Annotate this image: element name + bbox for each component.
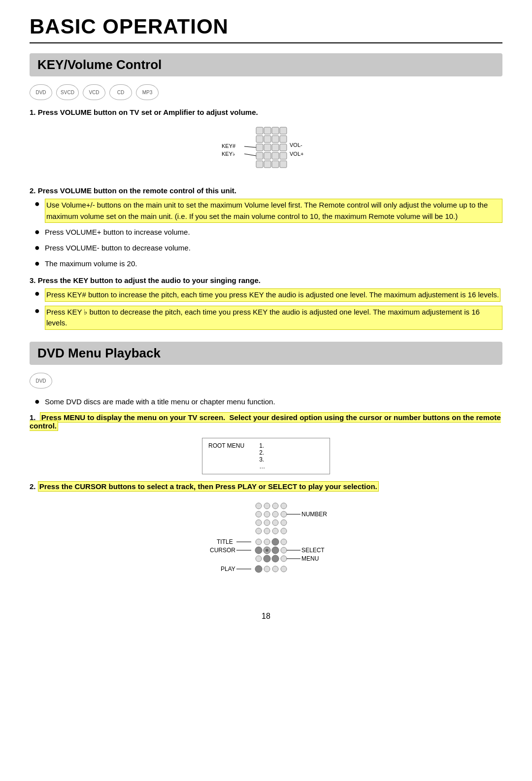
svg-point-41 [281,528,287,534]
dvd-intro-bullet: ● Some DVD discs are made with a title m… [34,396,502,408]
svg-text:CURSOR: CURSOR [210,547,235,554]
svg-point-62 [281,556,287,562]
dvd-remote-wrap: NUMBER TITLE CURSOR [187,498,345,597]
svg-point-40 [272,528,278,534]
disc-mp3: MP3 [136,84,159,100]
menu-item-3: 3. [259,456,265,463]
dvd-remote-diagram: NUMBER TITLE CURSOR [30,498,502,597]
bullet-text: Some DVD discs are made with a title men… [45,396,275,408]
disc-dvd-only: DVD [30,373,52,389]
svg-point-44 [256,539,262,545]
svg-line-21 [244,154,256,156]
svg-rect-12 [256,152,263,159]
svg-point-27 [264,503,270,509]
bullet-dot: ● [34,287,40,300]
disc-icons-key: DVD SVCD VCD CD MP3 [30,84,502,100]
svg-rect-16 [256,161,263,168]
svg-point-32 [272,511,278,517]
svg-rect-15 [280,152,287,159]
bullet-text: Press VOLUME- button to decrease volume. [45,243,191,254]
disc-cd: CD [109,84,132,100]
svg-rect-10 [272,144,279,151]
svg-point-26 [256,503,262,509]
key-volume-header: KEY/Volume Control [30,53,502,76]
svg-rect-18 [272,161,279,168]
svg-point-37 [281,520,287,526]
step1-label: 1. Press VOLUME button on TV set or Ampl… [30,108,502,116]
step3-bullets: ● Press KEY# button to increase the pitc… [34,288,502,330]
svg-rect-6 [272,136,279,142]
svg-rect-3 [280,127,287,134]
disc-vcd: VCD [83,84,105,100]
root-menu-label: ROOT MENU [208,442,244,470]
svg-rect-5 [264,136,271,142]
root-menu-diagram: ROOT MENU 1. 2. 3. … [30,438,502,474]
svg-text:NUMBER: NUMBER [301,511,327,518]
dvd-step2-highlighted: Press the CURSOR buttons to select a tra… [38,481,379,492]
svg-point-67 [272,566,278,572]
svg-point-66 [264,566,270,572]
title-divider [30,42,502,43]
svg-text:PLAY: PLAY [221,566,235,572]
svg-point-38 [256,528,262,534]
svg-text:VOL+: VOL+ [290,151,303,157]
svg-text:SELECT: SELECT [301,547,325,554]
bullet-item: ● Use Volume+/- buttons on the main unit… [34,199,502,223]
bullet-text: Press VOLUME+ button to increase volume. [45,227,190,238]
bullet-text: Press KEY# button to increase the pitch,… [45,288,500,302]
root-menu-box: ROOT MENU 1. 2. 3. … [202,438,330,474]
svg-rect-13 [264,152,271,159]
svg-text:MENU: MENU [301,555,319,562]
svg-point-46 [272,538,279,545]
svg-point-65 [255,566,262,572]
svg-point-61 [272,555,279,562]
svg-rect-19 [280,161,287,168]
remote-lines-svg: VOL- VOL+ [207,122,325,177]
svg-rect-14 [272,152,279,159]
svg-point-36 [272,520,278,526]
page-number: 18 [30,612,502,621]
svg-point-30 [256,511,262,517]
svg-point-68 [281,566,287,572]
svg-point-52 [266,549,268,552]
main-title: BASIC OPERATION [30,15,502,38]
menu-item-dots: … [259,463,265,470]
menu-items: 1. 2. 3. … [259,442,265,470]
svg-rect-0 [256,127,263,134]
bullet-dot: ● [34,395,40,408]
svg-point-59 [256,556,262,562]
volume-remote-container: KEY# KEY♭ [207,122,325,177]
bullet-dot: ● [34,304,40,318]
disc-icons-dvd: DVD [30,373,502,389]
svg-rect-7 [280,136,287,142]
bullet-item: ● Press VOLUME- button to decrease volum… [34,243,502,254]
svg-rect-11 [280,144,287,151]
volume-remote-diagram: KEY# KEY♭ [30,122,502,177]
menu-item-2: 2. [259,449,265,456]
dvd-intro-bullets: ● Some DVD discs are made with a title m… [34,396,502,408]
svg-point-34 [256,520,262,526]
svg-rect-17 [264,161,271,168]
svg-point-50 [255,547,262,554]
dvd-menu-header: DVD Menu Playback [30,342,502,365]
bullet-text: Press KEY ♭ button to decrease the pitch… [45,306,502,330]
dvd-step1-label: 1. Press MENU to display the menu on you… [30,413,502,430]
bullet-dot: ● [34,241,40,254]
svg-point-53 [272,547,279,554]
svg-point-29 [281,503,287,509]
bullet-dot: ● [34,225,40,239]
svg-rect-8 [256,144,263,151]
dvd-step2-label: 2. Press the CURSOR buttons to select a … [30,482,502,491]
svg-text:TITLE: TITLE [217,538,233,545]
bullet-item: ● Press VOLUME+ button to increase volum… [34,227,502,239]
bullet-item: ● Press KEY ♭ button to decrease the pit… [34,306,502,330]
svg-text:VOL-: VOL- [290,142,302,148]
svg-point-39 [264,528,270,534]
key-volume-section: KEY/Volume Control DVD SVCD VCD CD MP3 1… [30,53,502,330]
svg-rect-9 [264,144,271,151]
svg-point-35 [264,520,270,526]
svg-point-45 [264,539,270,545]
svg-point-60 [264,555,270,562]
dvd-step1-highlighted: Press MENU to display the menu on your T… [30,412,501,431]
svg-rect-4 [256,136,263,142]
